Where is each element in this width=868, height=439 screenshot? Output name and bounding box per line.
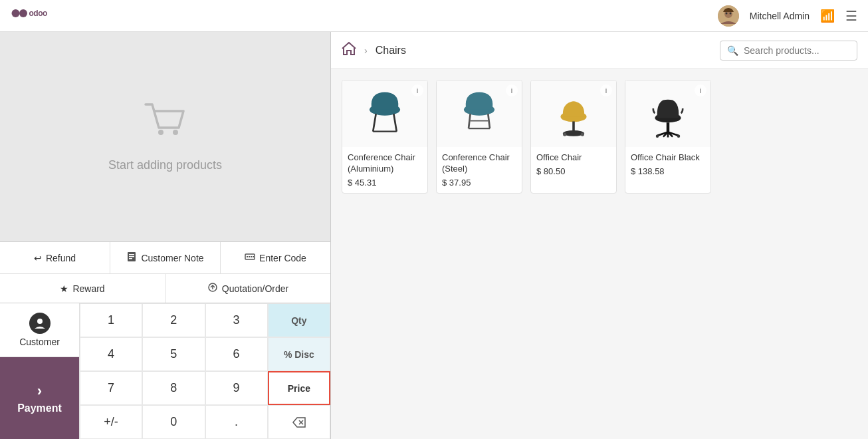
quotation-label: Quotation/Order <box>222 283 288 294</box>
key-disc[interactable]: % Disc <box>268 337 330 371</box>
customer-payment-col: Customer › Payment <box>0 303 80 439</box>
svg-rect-12 <box>129 258 132 259</box>
svg-rect-10 <box>129 254 134 255</box>
code-icon <box>245 251 255 264</box>
product-info-icon[interactable]: i <box>600 84 612 96</box>
product-card-office-black[interactable]: i <box>625 80 711 194</box>
odoo-logo: odoo <box>11 3 51 28</box>
topbar: odoo Mitchell Admin 📶 ☰ <box>0 0 868 32</box>
svg-rect-15 <box>249 256 250 257</box>
customer-button[interactable]: Customer <box>0 303 79 357</box>
svg-point-5 <box>725 12 727 14</box>
search-input[interactable] <box>744 45 850 56</box>
avatar <box>718 5 739 27</box>
product-price: $ 80.50 <box>536 166 611 176</box>
quotation-button[interactable]: Quotation/Order <box>165 274 330 303</box>
payment-label: Payment <box>17 402 62 414</box>
action-buttons-row2: ★ Reward Quotation/Order <box>0 274 330 303</box>
product-card-conf-steel[interactable]: i Conference Chair (Steel) $ 37.95 <box>436 80 522 194</box>
wifi-icon: 📶 <box>820 9 835 23</box>
svg-point-36 <box>581 132 584 136</box>
note-icon <box>126 251 137 264</box>
product-name: Conference Chair (Steel) <box>442 152 516 175</box>
cart-icon <box>142 101 189 150</box>
product-price: $ 37.95 <box>442 178 516 188</box>
key-8[interactable]: 8 <box>142 371 205 405</box>
product-card-conf-alum[interactable]: i Conference Chair (Aluminium) <box>342 80 428 194</box>
enter-code-button[interactable]: Enter Code <box>221 242 330 274</box>
key-dot[interactable]: . <box>205 405 268 439</box>
product-details: Office Chair $ 80.50 <box>531 147 616 182</box>
product-details: Office Chair Black $ 138.58 <box>625 147 710 182</box>
svg-point-8 <box>173 130 178 135</box>
product-card-office[interactable]: i <box>530 80 617 194</box>
product-header: › Chairs 🔍 <box>331 32 868 69</box>
breadcrumb-separator: › <box>364 45 368 56</box>
key-backspace[interactable] <box>268 405 330 439</box>
product-details: Conference Chair (Steel) $ 37.95 <box>437 147 522 193</box>
svg-point-0 <box>12 9 20 17</box>
product-grid: i Conference Chair (Aluminium) <box>331 69 868 204</box>
customer-label: Customer <box>19 337 60 347</box>
svg-point-45 <box>677 135 680 138</box>
topbar-left: odoo <box>11 3 51 28</box>
key-3[interactable]: 3 <box>205 303 268 337</box>
svg-rect-16 <box>251 256 252 257</box>
key-7[interactable]: 7 <box>80 371 142 405</box>
user-name: Mitchell Admin <box>750 11 810 21</box>
payment-arrow-icon: › <box>37 382 42 400</box>
refund-button[interactable]: ↩ Refund <box>0 242 110 274</box>
search-box[interactable]: 🔍 <box>720 41 857 61</box>
right-panel: › Chairs 🔍 i <box>331 32 868 439</box>
key-0[interactable]: 0 <box>142 405 205 439</box>
key-9[interactable]: 9 <box>205 371 268 405</box>
topbar-right: Mitchell Admin 📶 ☰ <box>718 5 857 27</box>
home-icon[interactable] <box>342 42 356 59</box>
svg-rect-11 <box>129 256 134 257</box>
svg-line-29 <box>488 114 490 128</box>
key-plusminus[interactable]: +/- <box>80 405 142 439</box>
product-price: $ 138.58 <box>631 166 705 176</box>
customer-note-label: Customer Note <box>141 253 203 263</box>
star-icon: ★ <box>60 283 68 294</box>
payment-button[interactable]: › Payment <box>0 357 79 439</box>
search-icon: 🔍 <box>727 45 738 56</box>
cart-area: Start adding products <box>0 32 330 241</box>
key-qty[interactable]: Qty <box>268 303 330 337</box>
key-4[interactable]: 4 <box>80 337 142 371</box>
cart-empty-text: Start adding products <box>108 158 222 172</box>
customer-note-button[interactable]: Customer Note <box>110 242 221 274</box>
svg-point-6 <box>729 12 731 14</box>
refund-label: Refund <box>46 253 76 263</box>
product-name: Conference Chair (Aluminium) <box>348 152 422 175</box>
key-1[interactable]: 1 <box>80 303 142 337</box>
left-panel: Start adding products ↩ Refund Customer … <box>0 32 331 439</box>
svg-line-24 <box>373 114 376 132</box>
key-price[interactable]: Price <box>268 371 330 405</box>
action-buttons-row1: ↩ Refund Customer Note Enter Code <box>0 241 330 274</box>
menu-icon[interactable]: ☰ <box>845 8 857 24</box>
enter-code-label: Enter Code <box>259 253 306 263</box>
svg-point-44 <box>656 135 659 138</box>
product-info-icon[interactable]: i <box>506 84 518 96</box>
customer-avatar-icon <box>29 313 51 334</box>
product-info-icon[interactable]: i <box>411 84 423 96</box>
svg-point-7 <box>158 130 163 135</box>
product-price: $ 45.31 <box>348 178 422 188</box>
reward-button[interactable]: ★ Reward <box>0 274 165 303</box>
product-details: Conference Chair (Aluminium) $ 45.31 <box>342 147 427 193</box>
svg-rect-14 <box>247 256 248 257</box>
svg-point-20 <box>37 319 43 324</box>
svg-line-28 <box>469 114 471 128</box>
product-name: Office Chair Black <box>631 152 705 164</box>
key-2[interactable]: 2 <box>142 303 205 337</box>
reward-label: Reward <box>72 283 104 294</box>
quotation-icon <box>207 282 218 295</box>
svg-line-25 <box>393 114 396 132</box>
breadcrumb-current: Chairs <box>376 45 406 57</box>
key-5[interactable]: 5 <box>142 337 205 371</box>
svg-point-35 <box>563 132 566 136</box>
svg-point-1 <box>19 9 27 17</box>
key-6[interactable]: 6 <box>205 337 268 371</box>
product-info-icon[interactable]: i <box>695 84 706 96</box>
